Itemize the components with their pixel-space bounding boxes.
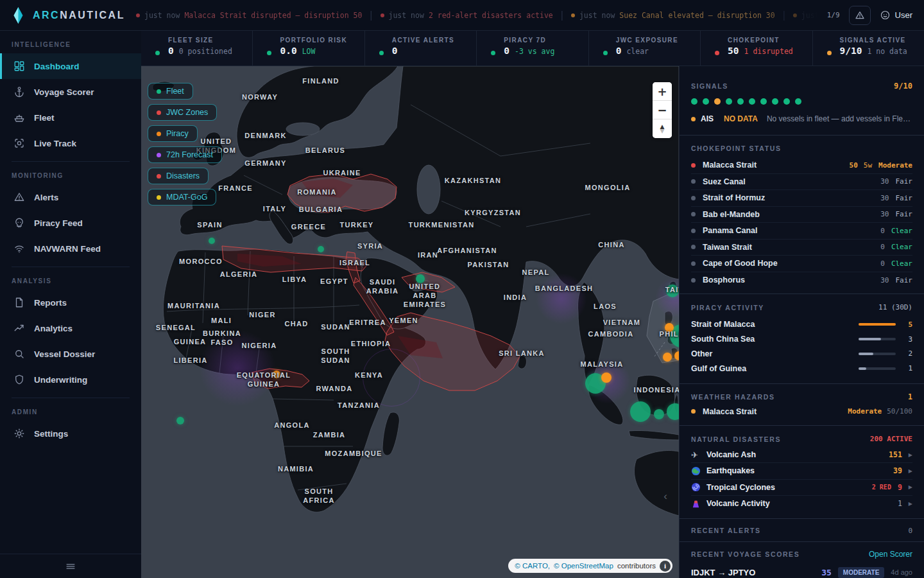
disaster-row[interactable]: Tropical Cyclones2 RED9▶ <box>691 480 912 496</box>
world-map[interactable]: FINLANDNORWAYUNITED KINGDOMDENMARKBELARU… <box>141 66 679 578</box>
kpi-value-row: 0-3 vs avg <box>504 46 581 56</box>
voyage-risk-badge: MODERATE <box>838 567 884 578</box>
chokepoint-row[interactable]: Bosphorus30Fair <box>691 272 912 289</box>
chokepoint-score: 30 <box>880 210 889 218</box>
sidebar-item-vessel-dossier[interactable]: Vessel Dossier <box>0 341 141 367</box>
fleet-marker[interactable] <box>654 409 664 419</box>
disaster-count: 39 <box>893 466 902 475</box>
sidebar-item-alerts[interactable]: Alerts <box>0 184 141 210</box>
ticker-text: 2 red-alert disasters active <box>429 11 553 20</box>
kpi-value: 0 <box>392 46 398 56</box>
disaster-count: 151 <box>889 450 902 459</box>
cyclone-icon <box>691 482 701 492</box>
chokepoint-status-dot <box>691 163 696 168</box>
layer-dot <box>157 110 161 115</box>
earthquake-globe-icon <box>691 466 701 476</box>
fleet-marker[interactable] <box>416 274 425 283</box>
warning-icon <box>13 191 25 203</box>
voyage-title: RECENT VOYAGE SCORES <box>691 550 800 558</box>
sidebar-item-reports[interactable]: Reports <box>0 290 141 315</box>
ticker-pager: 1/9 <box>827 11 840 19</box>
piracy-marker[interactable] <box>273 371 280 378</box>
layer-toggle-72h-forecast[interactable]: 72h Forecast <box>148 146 222 163</box>
piracy-bar-fill <box>859 338 881 340</box>
sidebar-item-dashboard[interactable]: Dashboard <box>0 53 141 79</box>
zoom-in-button[interactable]: + <box>653 82 672 101</box>
fleet-marker[interactable] <box>667 403 679 420</box>
layer-label: MDAT-GoG <box>166 193 207 202</box>
carto-link[interactable]: © CARTO, <box>515 562 550 570</box>
panel-collapse-chevron-icon[interactable]: ‹ <box>663 490 667 503</box>
user-menu-button[interactable]: User <box>880 10 912 21</box>
kpi-subtext: 1 no data <box>867 47 907 56</box>
chokepoint-row[interactable]: Bab el-Mandeb30Fair <box>691 207 912 223</box>
sidebar-item-live-track[interactable]: Live Track <box>0 130 141 156</box>
sidebar-item-piracy-feed[interactable]: Piracy Feed <box>0 210 141 236</box>
chokepoint-score: 30 <box>880 177 889 186</box>
trend-icon <box>13 322 25 334</box>
fleet-marker[interactable] <box>209 238 215 244</box>
sidebar-item-analytics[interactable]: Analytics <box>0 315 141 341</box>
layer-label: JWC Zones <box>166 108 208 117</box>
piracy-marker[interactable] <box>674 351 679 360</box>
chokepoint-row[interactable]: Cape of Good Hope0Clear <box>691 256 912 272</box>
piracy-marker[interactable] <box>601 372 612 383</box>
layer-label: Disasters <box>166 171 200 180</box>
chokepoint-name: Cape of Good Hope <box>703 259 880 268</box>
compass-icon: ▲▼ <box>660 125 665 134</box>
layer-toggle-disasters[interactable]: Disasters <box>148 168 209 184</box>
kpi-value-row: 00 positioned <box>168 46 246 56</box>
disaster-name: Volcanic Ash <box>706 450 889 459</box>
sidebar-item-voyage-scorer[interactable]: Voyage Scorer <box>0 79 141 105</box>
open-scorer-link[interactable]: Open Scorer <box>869 550 912 559</box>
fleet-marker[interactable] <box>318 246 324 252</box>
attribution-info-icon[interactable]: i <box>660 561 671 572</box>
layer-toggle-mdat-gog[interactable]: MDAT-GoG <box>148 189 216 206</box>
layer-toggle-jwc-zones[interactable]: JWC Zones <box>148 104 217 121</box>
voyage-score: 35 <box>821 568 832 577</box>
anchor-icon <box>13 86 25 98</box>
sidebar-collapse-button[interactable] <box>0 554 141 578</box>
zoom-out-button[interactable]: − <box>653 101 672 119</box>
chokepoint-row[interactable]: Suez Canal30Fair <box>691 174 912 191</box>
chokepoint-status: Fair <box>896 210 913 218</box>
disaster-row[interactable]: Volcanic Activity1▶ <box>691 496 912 512</box>
ticker-time: just now <box>579 11 615 20</box>
kpi-label: FLEET SIZE <box>168 37 246 44</box>
piracy-marker[interactable] <box>665 323 674 332</box>
chokepoint-status: Fair <box>896 276 913 285</box>
osm-link[interactable]: © OpenStreetMap <box>554 562 613 570</box>
voyage-score-row[interactable]: IDJKT → JPTYO35MODERATE4d ago <box>680 559 924 578</box>
kpi-status-dot <box>827 51 832 55</box>
chevron-right-icon: ▶ <box>909 452 912 458</box>
kpi-label: PIRACY 7D <box>504 37 581 44</box>
chokepoint-row[interactable]: Malacca Strait505wModerate <box>691 157 912 174</box>
sidebar-item-navwarn-feed[interactable]: NAVWARN Feed <box>0 236 141 261</box>
chokepoint-name: Suez Canal <box>703 177 880 186</box>
sidebar-item-fleet[interactable]: Fleet <box>0 105 141 130</box>
disaster-red-badge: 2 RED <box>872 484 891 491</box>
sidebar-item-label: Piracy Feed <box>34 218 83 228</box>
grid-icon <box>13 60 25 72</box>
piracy-region-row: Other2 <box>691 347 912 362</box>
chokepoint-row[interactable]: Taiwan Strait0Clear <box>691 240 912 256</box>
chokepoint-row[interactable]: Strait of Hormuz30Fair <box>691 190 912 207</box>
weather-hazard-row[interactable]: Malacca StraitModerate50/100 <box>691 403 912 420</box>
layer-toggle-fleet[interactable]: Fleet <box>148 83 193 100</box>
alerts-button[interactable] <box>849 6 871 25</box>
map-layer-toggles: FleetJWC ZonesPiracy72h ForecastDisaster… <box>148 83 222 206</box>
chokepoint-score: 30 <box>880 276 889 285</box>
fleet-marker[interactable] <box>176 417 184 425</box>
disaster-row[interactable]: ✈Volcanic Ash151▶ <box>691 447 912 463</box>
sidebar-item-underwriting[interactable]: Underwriting <box>0 367 141 392</box>
recent-alerts-title: RECENT ALERTS <box>691 527 761 534</box>
sidebar-item-settings[interactable]: Settings <box>0 421 141 446</box>
piracy-bar-fill <box>859 323 896 326</box>
disaster-row[interactable]: Earthquakes39▶ <box>691 463 912 479</box>
layer-toggle-piracy[interactable]: Piracy <box>148 125 198 142</box>
chokepoint-row[interactable]: Panama Canal0Clear <box>691 223 912 240</box>
fleet-marker[interactable] <box>630 401 651 422</box>
piracy-marker[interactable] <box>663 353 672 362</box>
fleet-marker[interactable] <box>666 285 679 297</box>
compass-button[interactable]: ▲▼ <box>653 119 672 138</box>
